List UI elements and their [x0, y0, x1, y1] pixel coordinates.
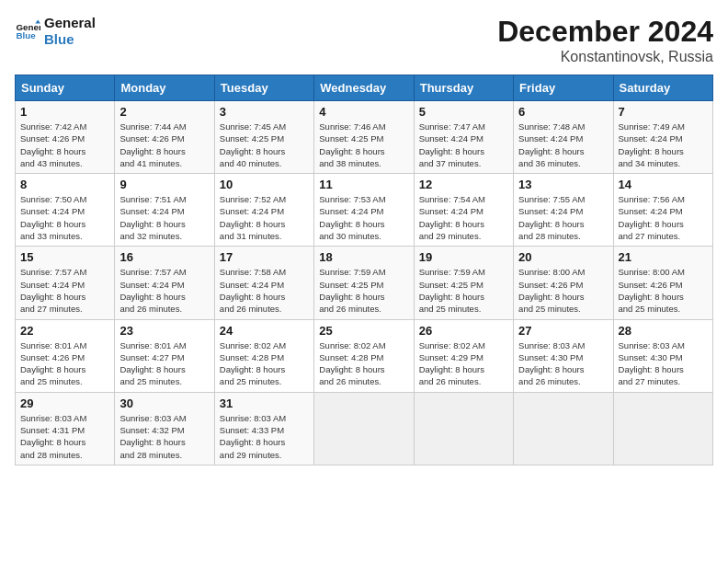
day-info: Sunrise: 7:59 AM Sunset: 4:25 PM Dayligh… [419, 266, 508, 315]
day-info: Sunrise: 7:42 AM Sunset: 4:26 PM Dayligh… [20, 121, 109, 169]
day-number: 7 [619, 105, 708, 119]
logo-icon: General Blue [15, 18, 40, 44]
day-info: Sunrise: 7:55 AM Sunset: 4:24 PM Dayligh… [518, 193, 608, 242]
day-number: 17 [220, 250, 309, 264]
day-number: 30 [119, 396, 209, 410]
day-number: 10 [220, 178, 309, 191]
day-number: 9 [119, 178, 209, 191]
day-number: 4 [319, 105, 408, 119]
day-cell: 6Sunrise: 7:48 AM Sunset: 4:24 PM Daylig… [514, 101, 613, 174]
day-cell: 8Sunrise: 7:50 AM Sunset: 4:24 PM Daylig… [16, 174, 115, 247]
day-info: Sunrise: 8:01 AM Sunset: 4:26 PM Dayligh… [20, 339, 109, 388]
svg-text:Blue: Blue [16, 30, 36, 40]
day-info: Sunrise: 7:50 AM Sunset: 4:24 PM Dayligh… [20, 193, 109, 242]
day-number: 8 [20, 178, 109, 191]
day-info: Sunrise: 7:53 AM Sunset: 4:24 PM Dayligh… [319, 193, 408, 242]
day-info: Sunrise: 7:44 AM Sunset: 4:26 PM Dayligh… [119, 121, 209, 169]
day-number: 20 [518, 250, 608, 264]
day-number: 22 [20, 324, 109, 338]
day-cell: 27Sunrise: 8:03 AM Sunset: 4:30 PM Dayli… [514, 319, 613, 392]
day-number: 24 [220, 324, 309, 338]
header-cell-sunday: Sunday [16, 75, 115, 101]
week-row-5: 29Sunrise: 8:03 AM Sunset: 4:31 PM Dayli… [16, 392, 713, 465]
day-info: Sunrise: 8:03 AM Sunset: 4:32 PM Dayligh… [119, 412, 209, 461]
day-info: Sunrise: 7:47 AM Sunset: 4:24 PM Dayligh… [419, 121, 508, 169]
day-info: Sunrise: 8:03 AM Sunset: 4:30 PM Dayligh… [619, 339, 708, 388]
day-cell: 19Sunrise: 7:59 AM Sunset: 4:25 PM Dayli… [414, 247, 513, 319]
day-info: Sunrise: 8:01 AM Sunset: 4:27 PM Dayligh… [119, 339, 209, 388]
day-cell: 30Sunrise: 8:03 AM Sunset: 4:32 PM Dayli… [115, 392, 214, 465]
day-cell [514, 392, 613, 465]
day-cell: 18Sunrise: 7:59 AM Sunset: 4:25 PM Dayli… [314, 247, 414, 319]
title-section: December 2024 Konstantinovsk, Russia [497, 15, 713, 65]
day-info: Sunrise: 7:57 AM Sunset: 4:24 PM Dayligh… [119, 266, 209, 315]
day-cell: 31Sunrise: 8:03 AM Sunset: 4:33 PM Dayli… [214, 392, 313, 465]
day-cell: 12Sunrise: 7:54 AM Sunset: 4:24 PM Dayli… [414, 174, 513, 247]
day-cell: 22Sunrise: 8:01 AM Sunset: 4:26 PM Dayli… [16, 319, 115, 392]
header-cell-saturday: Saturday [613, 75, 712, 101]
day-number: 5 [419, 105, 508, 119]
day-cell: 21Sunrise: 8:00 AM Sunset: 4:26 PM Dayli… [613, 247, 712, 319]
day-info: Sunrise: 7:54 AM Sunset: 4:24 PM Dayligh… [419, 193, 508, 242]
calendar-title: December 2024 [497, 15, 713, 49]
calendar-table: SundayMondayTuesdayWednesdayThursdayFrid… [15, 75, 713, 465]
day-cell: 7Sunrise: 7:49 AM Sunset: 4:24 PM Daylig… [613, 101, 712, 174]
logo: General Blue General Blue [15, 15, 96, 48]
day-cell: 9Sunrise: 7:51 AM Sunset: 4:24 PM Daylig… [115, 174, 214, 247]
day-number: 27 [518, 324, 608, 338]
day-info: Sunrise: 8:03 AM Sunset: 4:33 PM Dayligh… [220, 412, 309, 461]
week-row-4: 22Sunrise: 8:01 AM Sunset: 4:26 PM Dayli… [16, 319, 713, 392]
header-cell-monday: Monday [115, 75, 214, 101]
day-number: 15 [20, 250, 109, 264]
day-cell: 20Sunrise: 8:00 AM Sunset: 4:26 PM Dayli… [514, 247, 613, 319]
day-cell: 1Sunrise: 7:42 AM Sunset: 4:26 PM Daylig… [16, 101, 115, 174]
day-info: Sunrise: 8:03 AM Sunset: 4:31 PM Dayligh… [20, 412, 109, 461]
header-cell-friday: Friday [514, 75, 613, 101]
day-number: 26 [419, 324, 508, 338]
day-info: Sunrise: 7:46 AM Sunset: 4:25 PM Dayligh… [319, 121, 408, 169]
day-info: Sunrise: 7:57 AM Sunset: 4:24 PM Dayligh… [20, 266, 109, 315]
week-row-2: 8Sunrise: 7:50 AM Sunset: 4:24 PM Daylig… [16, 174, 713, 247]
day-info: Sunrise: 8:02 AM Sunset: 4:28 PM Dayligh… [319, 339, 408, 388]
day-number: 29 [20, 396, 109, 410]
day-cell: 15Sunrise: 7:57 AM Sunset: 4:24 PM Dayli… [16, 247, 115, 319]
header-row: SundayMondayTuesdayWednesdayThursdayFrid… [16, 75, 713, 101]
day-cell [414, 392, 513, 465]
header-cell-wednesday: Wednesday [314, 75, 414, 101]
day-cell: 14Sunrise: 7:56 AM Sunset: 4:24 PM Dayli… [613, 174, 712, 247]
day-number: 25 [319, 324, 408, 338]
day-info: Sunrise: 8:02 AM Sunset: 4:28 PM Dayligh… [220, 339, 309, 388]
day-cell: 16Sunrise: 7:57 AM Sunset: 4:24 PM Dayli… [115, 247, 214, 319]
day-cell: 2Sunrise: 7:44 AM Sunset: 4:26 PM Daylig… [115, 101, 214, 174]
day-info: Sunrise: 7:51 AM Sunset: 4:24 PM Dayligh… [119, 193, 209, 242]
day-number: 3 [220, 105, 309, 119]
day-number: 1 [20, 105, 109, 119]
day-cell: 26Sunrise: 8:02 AM Sunset: 4:29 PM Dayli… [414, 319, 513, 392]
day-number: 16 [119, 250, 209, 264]
day-cell: 4Sunrise: 7:46 AM Sunset: 4:25 PM Daylig… [314, 101, 414, 174]
logo-line1: General [44, 15, 96, 31]
day-cell: 13Sunrise: 7:55 AM Sunset: 4:24 PM Dayli… [514, 174, 613, 247]
day-cell [613, 392, 712, 465]
day-number: 21 [619, 250, 708, 264]
day-cell: 5Sunrise: 7:47 AM Sunset: 4:24 PM Daylig… [414, 101, 513, 174]
day-cell: 29Sunrise: 8:03 AM Sunset: 4:31 PM Dayli… [16, 392, 115, 465]
day-number: 14 [619, 178, 708, 191]
day-number: 19 [419, 250, 508, 264]
day-number: 6 [518, 105, 608, 119]
header-cell-thursday: Thursday [414, 75, 513, 101]
day-cell [314, 392, 414, 465]
day-number: 12 [419, 178, 508, 191]
week-row-1: 1Sunrise: 7:42 AM Sunset: 4:26 PM Daylig… [16, 101, 713, 174]
day-number: 13 [518, 178, 608, 191]
day-info: Sunrise: 8:03 AM Sunset: 4:30 PM Dayligh… [518, 339, 608, 388]
day-info: Sunrise: 8:00 AM Sunset: 4:26 PM Dayligh… [619, 266, 708, 315]
day-number: 31 [220, 396, 309, 410]
calendar-subtitle: Konstantinovsk, Russia [497, 49, 713, 65]
day-number: 28 [619, 324, 708, 338]
day-info: Sunrise: 8:02 AM Sunset: 4:29 PM Dayligh… [419, 339, 508, 388]
day-cell: 23Sunrise: 8:01 AM Sunset: 4:27 PM Dayli… [115, 319, 214, 392]
day-info: Sunrise: 7:48 AM Sunset: 4:24 PM Dayligh… [518, 121, 608, 169]
day-info: Sunrise: 8:00 AM Sunset: 4:26 PM Dayligh… [518, 266, 608, 315]
day-number: 2 [119, 105, 209, 119]
